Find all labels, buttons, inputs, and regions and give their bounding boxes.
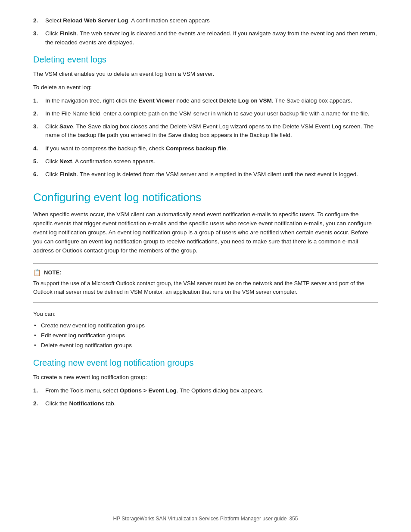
create-step-2: 2. Click the Notifications tab. [33, 399, 378, 408]
delete-log-bold: Delete Log on VSM [219, 97, 272, 104]
step-num-2: 2. [33, 16, 45, 25]
note-icon: 📋 [33, 269, 41, 277]
create-step-content-1: From the Tools menu, select Options > Ev… [45, 386, 378, 395]
configuring-section: Configuring event log notifications When… [33, 191, 378, 350]
intro-steps-block: 2. Select Reload Web Server Log. A confi… [33, 16, 378, 47]
note-label: 📋 NOTE: [33, 269, 378, 277]
step3-after: . The web server log is cleared and the … [45, 30, 377, 45]
note-label-text: NOTE: [44, 269, 61, 276]
creating-section: Creating new event log notification grou… [33, 358, 378, 408]
delete-step-2: 2. In the File Name field, enter a compl… [33, 109, 378, 118]
delete-step-content-2: In the File Name field, enter a complete… [45, 109, 378, 118]
create-step-1: 1. From the Tools menu, select Options >… [33, 386, 378, 395]
finish-bold: Finish [59, 171, 77, 177]
delete-step-num-2: 2. [33, 109, 45, 118]
configuring-heading: Configuring event log notifications [33, 191, 378, 204]
delete-step-num-6: 6. [33, 170, 45, 179]
note-box: 📋 NOTE: To support the use of a Microsof… [33, 263, 378, 303]
intro-step-2: 2. Select Reload Web Server Log. A confi… [33, 16, 378, 25]
save-bold: Save [59, 123, 73, 130]
deleting-intro: The VSM client enables you to delete an … [33, 70, 378, 79]
create-step-num-2: 2. [33, 399, 45, 408]
bullet-item-2: Edit event log notification groups [33, 331, 378, 340]
deleting-steps: 1. In the navigation tree, right-click t… [33, 96, 378, 179]
you-can-label: You can: [33, 310, 378, 319]
bullet-item-1: Create new event log notification groups [33, 321, 378, 330]
delete-step-5: 5. Click Next. A confirmation screen app… [33, 157, 378, 166]
delete-step-content-4: If you want to compress the backup file,… [45, 144, 378, 153]
delete-step-num-3: 3. [33, 122, 45, 140]
delete-step-content-6: Click Finish. The event log is deleted f… [45, 170, 378, 179]
configuring-body: When specific events occur, the VSM clie… [33, 210, 378, 255]
bullet-item-3: Delete event log notification groups [33, 341, 378, 350]
step2-bold: Reload Web Server Log [63, 17, 128, 24]
options-event-log-bold: Options > Event Log [120, 387, 177, 394]
step-num-3: 3. [33, 29, 45, 47]
delete-step-1: 1. In the navigation tree, right-click t… [33, 96, 378, 105]
next-bold: Next [59, 158, 72, 165]
step-content-3: Click Finish. The web server log is clea… [45, 29, 378, 47]
delete-step-content-3: Click Save. The Save dialog box closes a… [45, 122, 378, 140]
delete-step-num-4: 4. [33, 144, 45, 153]
creating-steps: 1. From the Tools menu, select Options >… [33, 386, 378, 408]
note-text: To support the use of a Microsoft Outloo… [33, 279, 378, 296]
deleting-section: Deleting event logs The VSM client enabl… [33, 55, 378, 179]
bullet-list: Create new event log notification groups… [33, 321, 378, 350]
create-step-num-1: 1. [33, 386, 45, 395]
intro-step-3: 3. Click Finish. The web server log is c… [33, 29, 378, 47]
create-step-content-2: Click the Notifications tab. [45, 399, 378, 408]
creating-procedure-intro: To create a new event log notification g… [33, 373, 378, 382]
creating-heading: Creating new event log notification grou… [33, 358, 378, 368]
delete-step-4: 4. If you want to compress the backup fi… [33, 144, 378, 153]
step2-after: . A confirmation screen appears [128, 17, 210, 24]
notifications-tab-bold: Notifications [69, 400, 105, 407]
deleting-procedure-intro: To delete an event log: [33, 83, 378, 92]
footer-page: 355 [289, 516, 298, 522]
page: 2. Select Reload Web Server Log. A confi… [0, 0, 411, 532]
footer: HP StorageWorks SAN Virtualization Servi… [0, 516, 411, 522]
footer-text: HP StorageWorks SAN Virtualization Servi… [113, 516, 287, 522]
step-content-2: Select Reload Web Server Log. A confirma… [45, 16, 378, 25]
compress-bold: Compress backup file [166, 145, 226, 152]
delete-step-num-1: 1. [33, 96, 45, 105]
delete-step-content-5: Click Next. A confirmation screen appear… [45, 157, 378, 166]
step3-bold: Finish [59, 30, 77, 37]
event-viewer-bold: Event Viewer [139, 97, 175, 104]
delete-step-6: 6. Click Finish. The event log is delete… [33, 170, 378, 179]
deleting-heading: Deleting event logs [33, 55, 378, 65]
delete-step-num-5: 5. [33, 157, 45, 166]
delete-step-3: 3. Click Save. The Save dialog box close… [33, 122, 378, 140]
delete-step-content-1: In the navigation tree, right-click the … [45, 96, 378, 105]
